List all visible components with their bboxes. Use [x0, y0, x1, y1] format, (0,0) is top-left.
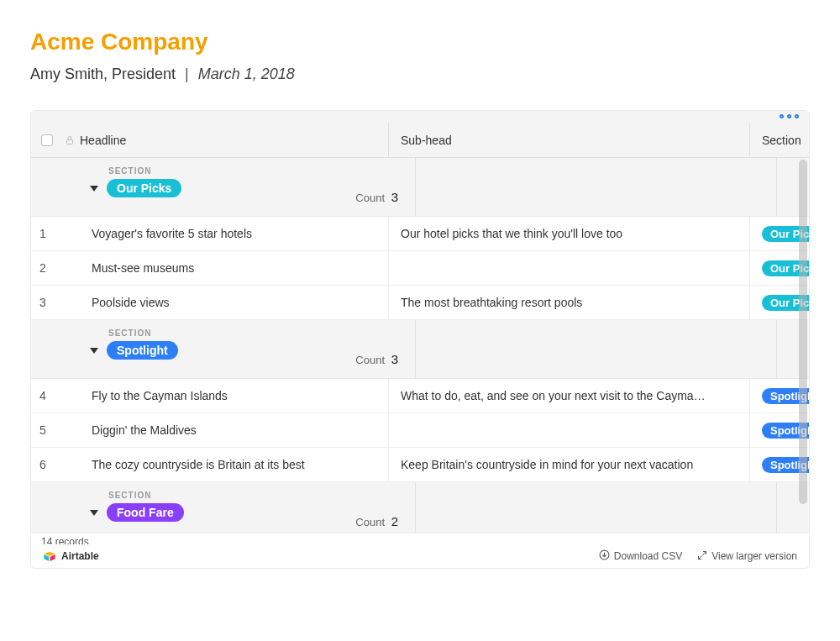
cell-headline[interactable]: Poolside views [55, 286, 389, 319]
group-section-label: SECTION [108, 166, 402, 176]
table-row[interactable]: 5Diggin' the MaldivesSpotlight [31, 413, 809, 448]
table-row[interactable]: 3Poolside viewsThe most breathtaking res… [31, 286, 809, 320]
row-number: 6 [31, 448, 55, 481]
cell-headline[interactable]: Voyager's favorite 5 star hotels [55, 217, 389, 250]
grid-header-row: Headline Sub-head Section [31, 123, 809, 158]
cell-headline[interactable]: Must-see museums [55, 251, 389, 285]
group-count: Count 3 [355, 190, 398, 204]
row-number: 5 [31, 413, 55, 447]
embed-options-icon[interactable] [780, 114, 799, 118]
download-csv-label: Download CSV [614, 550, 682, 562]
table-row[interactable]: 2Must-see museumsOur Picks [31, 251, 809, 286]
table-row[interactable]: 6The cozy countryside is Britain at its … [31, 448, 809, 482]
column-section[interactable]: Section [750, 123, 809, 157]
table-row[interactable]: 1Voyager's favorite 5 star hotelsOur hot… [31, 217, 809, 251]
embed-footer: Airtable Download CSV View larger versio… [31, 544, 809, 568]
cell-subhead[interactable]: What to do, eat, and see on your next vi… [389, 379, 750, 412]
airtable-brand-label: Airtable [61, 550, 99, 562]
view-larger-link[interactable]: View larger version [697, 550, 797, 563]
byline: Amy Smith, President | March 1, 2018 [30, 66, 810, 83]
expand-icon [697, 550, 707, 563]
cell-subhead[interactable]: Our hotel picks that we think you'll lov… [389, 217, 750, 250]
cell-headline[interactable]: Fly to the Cayman Islands [55, 379, 389, 412]
download-csv-link[interactable]: Download CSV [599, 549, 682, 563]
row-number: 1 [31, 217, 55, 250]
cell-headline[interactable]: Diggin' the Maldives [55, 413, 389, 447]
grid-body: SECTIONOur PicksCount 31Voyager's favori… [31, 158, 809, 544]
group-header[interactable]: SECTIONSpotlightCount 3 [31, 320, 809, 379]
byline-date: March 1, 2018 [198, 66, 295, 82]
group-header[interactable]: SECTIONOur PicksCount 3 [31, 158, 809, 217]
byline-separator: | [180, 66, 194, 82]
table-row[interactable]: 4Fly to the Cayman IslandsWhat to do, ea… [31, 379, 809, 413]
cell-subhead[interactable] [389, 251, 750, 285]
column-headline[interactable]: Headline [76, 123, 389, 157]
group-pill[interactable]: Our Picks [107, 179, 181, 197]
cell-headline[interactable]: The cozy countryside is Britain at its b… [55, 448, 389, 481]
chevron-down-icon[interactable] [90, 510, 98, 516]
vertical-scrollbar[interactable] [799, 160, 807, 504]
chevron-down-icon[interactable] [90, 186, 98, 192]
airtable-brand[interactable]: Airtable [43, 549, 99, 563]
author-name: Amy Smith, President [30, 66, 176, 82]
cell-subhead[interactable] [389, 413, 750, 447]
cell-subhead[interactable]: Keep Britain's countryside in mind for y… [389, 448, 750, 481]
chevron-down-icon[interactable] [90, 348, 98, 354]
airtable-logo-icon [43, 549, 56, 563]
lock-icon [63, 123, 76, 157]
cell-subhead[interactable]: The most breathtaking resort pools [389, 286, 750, 319]
download-icon [599, 549, 610, 563]
row-number: 3 [31, 286, 55, 319]
group-count: Count 2 [355, 514, 398, 528]
group-section-label: SECTION [108, 328, 402, 338]
view-larger-label: View larger version [711, 550, 797, 562]
group-count: Count 3 [355, 352, 398, 366]
svg-rect-0 [66, 139, 72, 144]
company-title: Acme Company [30, 29, 810, 55]
column-subhead[interactable]: Sub-head [389, 123, 750, 157]
group-pill[interactable]: Food Fare [107, 503, 184, 522]
airtable-embed: Headline Sub-head Section SECTIONOur Pic… [30, 110, 810, 569]
group-pill[interactable]: Spotlight [107, 341, 178, 360]
row-number: 4 [31, 379, 55, 412]
row-number: 2 [31, 251, 55, 285]
select-all-checkbox[interactable] [41, 134, 53, 146]
group-section-label: SECTION [108, 491, 402, 500]
